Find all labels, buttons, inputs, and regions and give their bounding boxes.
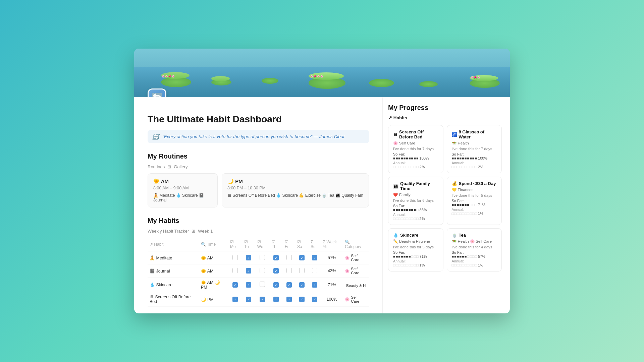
habit-day-2[interactable] — [255, 278, 270, 292]
checkbox-checked[interactable]: ✓ — [312, 297, 317, 302]
routines-view-text[interactable]: Gallery — [174, 164, 187, 169]
bar-empty: □ — [416, 254, 419, 258]
habit-day-5[interactable]: ✓ — [295, 278, 309, 292]
habits-link[interactable]: ↗ Habits — [388, 115, 502, 120]
bar-empty: □ — [467, 254, 469, 258]
habit-day-2[interactable]: ✓ — [255, 292, 270, 307]
checkbox-checked[interactable]: ✓ — [312, 255, 317, 260]
bar-empty: □ — [416, 165, 419, 169]
week-label[interactable]: Week 1 — [198, 229, 213, 234]
habit-day-2[interactable] — [255, 251, 270, 264]
habit-day-3[interactable]: ✓ — [270, 278, 283, 292]
checkbox-checked[interactable]: ✓ — [232, 282, 238, 288]
habit-day-5[interactable]: ✓ — [295, 251, 309, 264]
progress-pct: 100% — [478, 156, 487, 160]
checkbox-checked[interactable]: ✓ — [286, 282, 292, 288]
bar-empty: □ — [411, 263, 414, 267]
habit-day-4[interactable] — [283, 264, 295, 278]
checkbox-checked[interactable]: ✓ — [246, 282, 251, 288]
table-row[interactable]: 💧 Skincare🌞 AM 🌙 PM✓✓✓✓✓✓71% Beauty & H — [148, 278, 369, 292]
bar-empty: □ — [475, 203, 477, 207]
habit-day-0[interactable] — [228, 251, 242, 264]
bar-empty: □ — [396, 263, 398, 267]
progress-habit-card[interactable]: 💧 Skincare ✏️ Beauty & Hygiene I've done… — [388, 228, 443, 272]
bar-empty: □ — [475, 165, 477, 169]
bar-filled: ■ — [409, 156, 411, 160]
habit-day-1[interactable]: ✓ — [242, 292, 255, 307]
checkbox-checked[interactable]: ✓ — [273, 297, 279, 302]
checkbox-empty[interactable] — [299, 268, 305, 273]
habit-day-4[interactable]: ✓ — [283, 292, 295, 307]
habit-day-4[interactable]: ✓ — [283, 278, 295, 292]
bar-filled: ■ — [396, 156, 398, 160]
table-row[interactable]: 📓 Journal🌞 AM✓✓43%🌸 Self Care — [148, 264, 369, 278]
checkbox-checked[interactable]: ✓ — [299, 255, 305, 260]
checkbox-checked[interactable]: ✓ — [246, 255, 251, 260]
checkbox-checked[interactable]: ✓ — [273, 282, 279, 288]
habit-day-3[interactable]: ✓ — [270, 264, 283, 278]
col-fr: ☑ Fr — [283, 238, 295, 251]
checkbox-empty[interactable] — [286, 268, 292, 273]
checkbox-empty[interactable] — [260, 282, 265, 287]
bar-empty: □ — [454, 263, 457, 267]
bar-empty: □ — [475, 212, 477, 216]
habit-day-0[interactable] — [228, 264, 242, 278]
bar-filled: ■ — [406, 254, 408, 258]
habit-day-1[interactable]: ✓ — [242, 278, 255, 292]
checkbox-empty[interactable] — [232, 255, 238, 260]
checkbox-empty[interactable] — [260, 268, 265, 273]
checkbox-empty[interactable] — [286, 255, 292, 260]
habit-day-1[interactable]: ✓ — [242, 251, 255, 264]
checkbox-empty[interactable] — [260, 255, 265, 260]
bar-empty: □ — [470, 165, 472, 169]
routine-card-pm[interactable]: 🌙 PM 8:00 PM – 10:30 PM 🖥 Screens Off Be… — [222, 173, 369, 207]
bar-empty: □ — [416, 208, 419, 212]
progress-habit-card[interactable]: 💰 Spend <$30 a Day 💛 Finances I've done … — [447, 177, 502, 225]
progress-title: My Progress — [388, 104, 502, 112]
checkbox-checked[interactable]: ✓ — [299, 282, 305, 288]
progress-habit-card[interactable]: 🚰 8 Glasses of Water 🥗 Health I've done … — [447, 125, 502, 173]
routine-card-am[interactable]: 🌞 AM 8:00 AM – 9:00 AM 🧘 Meditate 💧 Skin… — [148, 173, 218, 207]
bar-filled: ■ — [409, 254, 411, 258]
checkbox-checked[interactable]: ✓ — [273, 268, 279, 274]
checkbox-checked[interactable]: ✓ — [286, 297, 292, 302]
checkbox-checked[interactable]: ✓ — [273, 255, 279, 260]
checkbox-empty[interactable] — [312, 268, 317, 273]
progress-card-category: 🥗 Health 🌸 Self Care — [452, 239, 497, 244]
checkbox-checked[interactable]: ✓ — [246, 297, 251, 302]
progress-habit-card[interactable]: 🍵 Tea 🥗 Health 🌸 Self Care I've done thi… — [447, 228, 502, 272]
checkbox-checked[interactable]: ✓ — [246, 268, 251, 274]
progress-card-sofar: So Far: ■■■■■■■□□□ 71% — [393, 250, 438, 258]
progress-habit-card[interactable]: 👨‍👩‍👧 Quality Family Time ❤️ Family I've… — [388, 177, 443, 225]
habit-day-4[interactable] — [283, 251, 295, 264]
habit-day-6[interactable]: ✓ — [309, 251, 321, 264]
habit-day-5[interactable]: ✓ — [295, 292, 309, 307]
routine-pm-emoji: 🌙 — [227, 178, 234, 184]
habit-day-6[interactable]: ✓ — [309, 278, 321, 292]
habit-day-5[interactable] — [295, 264, 309, 278]
habit-day-0[interactable]: ✓ — [228, 278, 242, 292]
progress-pct: 1% — [478, 212, 483, 216]
checkbox-checked[interactable]: ✓ — [232, 297, 238, 302]
bar-filled: ■ — [406, 156, 408, 160]
habit-day-1[interactable]: ✓ — [242, 264, 255, 278]
bar-empty: □ — [416, 217, 419, 221]
table-row[interactable]: 🧘 Meditate🌞 AM✓✓✓✓57%🌸 Self Care — [148, 251, 369, 264]
habit-day-2[interactable] — [255, 264, 270, 278]
bar-filled: ■ — [472, 156, 475, 160]
habit-day-6[interactable]: ✓ — [309, 292, 321, 307]
table-row[interactable]: 🖥 Screens Off Before Bed🌙 PM✓✓✓✓✓✓✓100%🌸… — [148, 292, 369, 307]
habit-day-6[interactable] — [309, 264, 321, 278]
habit-day-0[interactable]: ✓ — [228, 292, 242, 307]
checkbox-checked[interactable]: ✓ — [260, 297, 265, 302]
habit-day-3[interactable]: ✓ — [270, 292, 283, 307]
habit-day-3[interactable]: ✓ — [270, 251, 283, 264]
progress-pct: 86% — [420, 208, 427, 212]
habit-emoji: 🧘 — [150, 256, 155, 260]
progress-card-streak: I've done this for 6 days — [393, 198, 438, 202]
bar-empty: □ — [404, 217, 406, 221]
progress-habit-card[interactable]: 🖥 Screens Off Before Bed 🌸 Self Care I'v… — [388, 125, 443, 173]
checkbox-empty[interactable] — [232, 268, 238, 273]
checkbox-checked[interactable]: ✓ — [312, 282, 317, 288]
checkbox-checked[interactable]: ✓ — [299, 297, 305, 302]
